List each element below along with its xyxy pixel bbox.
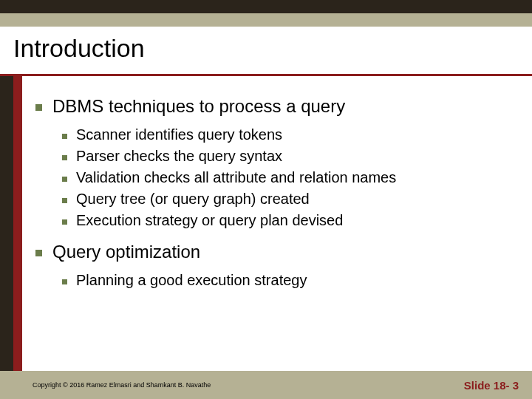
square-bullet-icon bbox=[62, 177, 67, 182]
list-item: DBMS techniques to process a query Scann… bbox=[35, 96, 508, 231]
square-bullet-icon bbox=[62, 198, 67, 203]
top-strip bbox=[0, 0, 532, 13]
list-item-label: Parser checks the query syntax bbox=[76, 146, 282, 167]
slide-title: Introduction bbox=[13, 34, 532, 63]
sidebar-maroon bbox=[13, 76, 22, 371]
list-item: Execution strategy or query plan devised bbox=[62, 210, 508, 231]
bullet-list-level1: DBMS techniques to process a query Scann… bbox=[35, 96, 508, 291]
content-area: DBMS techniques to process a query Scann… bbox=[35, 96, 508, 301]
bullet-list-level2: Planning a good execution strategy bbox=[62, 270, 508, 291]
list-item-label: Planning a good execution strategy bbox=[76, 270, 307, 291]
square-bullet-icon bbox=[62, 155, 67, 160]
square-bullet-icon bbox=[62, 219, 67, 225]
sidebar-dark bbox=[0, 76, 13, 371]
list-item: Scanner identifies query tokens bbox=[62, 124, 508, 146]
title-underline bbox=[0, 74, 532, 76]
list-item: Validation checks all attribute and rela… bbox=[62, 167, 508, 188]
list-item: Query tree (or query graph) created bbox=[62, 188, 508, 210]
square-bullet-icon bbox=[35, 250, 42, 256]
list-item: Parser checks the query syntax bbox=[62, 146, 508, 167]
list-item: Planning a good execution strategy bbox=[62, 270, 508, 291]
list-item-label: Query tree (or query graph) created bbox=[76, 188, 310, 210]
khaki-strip bbox=[0, 13, 532, 27]
square-bullet-icon bbox=[35, 104, 42, 111]
bullet-list-level2: Scanner identifies query tokens Parser c… bbox=[62, 124, 508, 231]
square-bullet-icon bbox=[62, 279, 67, 284]
list-item-label: DBMS techniques to process a query bbox=[52, 96, 345, 117]
list-item-label: Validation checks all attribute and rela… bbox=[76, 167, 396, 188]
slide: Introduction DBMS techniques to process … bbox=[0, 0, 532, 399]
list-item-label: Query optimization bbox=[52, 242, 200, 262]
list-item-label: Scanner identifies query tokens bbox=[76, 124, 282, 146]
square-bullet-icon bbox=[62, 134, 67, 139]
list-item-label: Execution strategy or query plan devised bbox=[76, 210, 343, 231]
footer: Copyright © 2016 Ramez Elmasri and Shamk… bbox=[0, 371, 532, 399]
list-item: Query optimization Planning a good execu… bbox=[35, 242, 508, 291]
slide-number: Slide 18- 3 bbox=[464, 379, 519, 392]
copyright-text: Copyright © 2016 Ramez Elmasri and Shamk… bbox=[33, 381, 211, 389]
title-bar: Introduction bbox=[0, 27, 532, 74]
